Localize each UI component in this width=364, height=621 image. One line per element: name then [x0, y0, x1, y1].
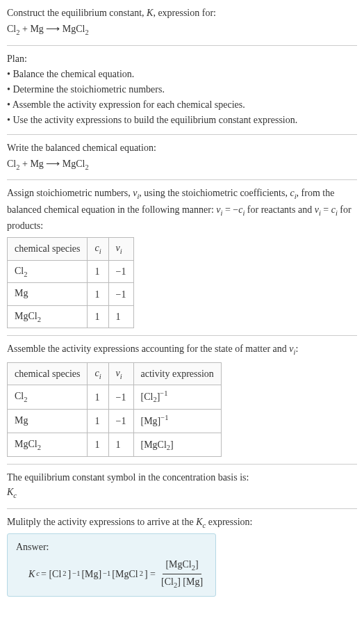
cell-c: 1: [88, 433, 108, 456]
den-b: ] [Mg]: [177, 576, 203, 587]
cell-species: Mg: [8, 283, 88, 306]
balanced-title: Write the balanced chemical equation:: [7, 140, 357, 155]
act-exp: −1: [160, 389, 167, 397]
table-row: MgCl2 1 1: [8, 305, 134, 328]
answer-label: Answer:: [16, 540, 207, 554]
ans-br1: ]: [68, 567, 72, 581]
act-a: [MgCl: [141, 439, 167, 450]
col-i: i: [99, 248, 101, 255]
sp-sub: 2: [24, 396, 27, 403]
assign-text: Assign stoichiometric numbers, νi, using…: [7, 186, 357, 233]
ans-sub2: 2: [140, 568, 143, 579]
assign-eq2: =: [321, 204, 331, 215]
cell-nu: −1: [108, 283, 133, 306]
plan-title: Plan:: [7, 51, 357, 66]
ans-mid2: [MgCl: [112, 567, 138, 581]
intro-part1b: , expression for:: [153, 8, 216, 18]
assign-t4: for reactants and: [245, 204, 314, 215]
symbol-text: The equilibrium constant symbol in the c…: [7, 470, 357, 485]
multiply-section: Mulitply the activity expressions to arr…: [7, 515, 357, 597]
col-nui: νi: [108, 362, 133, 385]
cell-activity: [Mg]−1: [133, 409, 221, 433]
frac-den: [Cl2] [Mg]: [158, 574, 206, 591]
sp-a: Cl: [15, 266, 24, 276]
bal-rhs: MgCl: [60, 159, 85, 169]
eq-sub2: 2: [85, 29, 89, 36]
plan-item: • Balance the chemical equation.: [7, 67, 357, 81]
table-row: MgCl2 1 1 [MgCl2]: [8, 433, 222, 456]
multiply-K: K: [196, 517, 202, 527]
ans-mid1: [Mg]: [81, 567, 101, 581]
num-a: [MgCl: [165, 559, 191, 570]
cell-species: Cl2: [8, 260, 88, 283]
ans-c: c: [36, 568, 40, 579]
act-b: ]: [170, 439, 174, 450]
cell-species: Cl2: [8, 385, 88, 409]
table-row: Cl2 1 −1 [Cl2]−1: [8, 385, 222, 409]
table-row: Mg 1 −1 [Mg]−1: [8, 409, 222, 433]
cell-activity: [MgCl2]: [133, 433, 221, 456]
multiply-t1: Mulitply the activity expressions to arr…: [7, 517, 196, 527]
multiply-text: Mulitply the activity expressions to arr…: [7, 515, 357, 531]
sp-a: MgCl: [15, 439, 38, 449]
intro-part1: Construct the equilibrium constant,: [7, 8, 147, 18]
eq-arrow: ⟶: [46, 24, 60, 34]
assemble-t2: :: [295, 344, 298, 354]
divider: [7, 508, 357, 509]
assign-t1: Assign stoichiometric numbers,: [7, 188, 133, 198]
divider: [7, 134, 357, 135]
plan-section: Plan: • Balance the chemical equation. •…: [7, 51, 357, 127]
multiply-t2: expression:: [206, 517, 252, 527]
cell-c: 1: [88, 409, 108, 433]
act-a: [Cl: [141, 392, 154, 402]
activity-table: chemical species ci νi activity expressi…: [7, 362, 222, 457]
intro-equation: Cl2 + Mg ⟶ MgCl2: [7, 22, 357, 38]
intro-K: K: [147, 8, 153, 18]
sp-a: Mg: [15, 288, 28, 298]
ans-mid3: ] =: [144, 567, 156, 581]
divider: [7, 335, 357, 336]
intro-text: Construct the equilibrium constant, K, e…: [7, 6, 357, 20]
assign-section: Assign stoichiometric numbers, νi, using…: [7, 186, 357, 328]
cell-nu: 1: [108, 433, 133, 456]
sp-sub: 2: [38, 316, 41, 323]
col-i: i: [99, 373, 101, 380]
cell-species: Mg: [8, 409, 88, 433]
answer-box: Answer: Kc = [Cl2]−1 [Mg]−1 [MgCl2] = [M…: [7, 533, 216, 597]
ans-K: K: [28, 567, 35, 581]
act-a: [Mg]: [141, 415, 161, 426]
table-header-row: chemical species ci νi: [8, 238, 134, 261]
ans-sub1: 2: [63, 568, 66, 579]
eq-lhs: Cl: [7, 24, 16, 34]
symbol-c: c: [13, 492, 17, 499]
act-exp: −1: [160, 414, 168, 421]
den-a: [Cl: [161, 576, 174, 587]
eq-rhs: MgCl: [60, 24, 85, 34]
symbol-section: The equilibrium constant symbol in the c…: [7, 470, 357, 501]
ans-eq: = [Cl: [41, 567, 61, 581]
table-row: Mg 1 −1: [8, 283, 134, 306]
table-row: Cl2 1 −1: [8, 260, 134, 283]
cell-c: 1: [88, 260, 108, 283]
frac-num: [MgCl2]: [163, 557, 201, 574]
assign-eq1: = −: [222, 204, 238, 215]
balanced-section: Write the balanced chemical equation: Cl…: [7, 140, 357, 173]
plan-item: • Assemble the activity expression for e…: [7, 97, 357, 112]
sp-sub: 2: [38, 444, 41, 451]
bal-sub2: 2: [85, 163, 89, 170]
cell-nu: −1: [108, 260, 133, 283]
col-ci: ci: [88, 238, 108, 261]
col-nui-sub: i: [120, 248, 122, 255]
col-species: chemical species: [8, 362, 88, 385]
col-nui: νi: [108, 238, 133, 261]
plan-item: • Determine the stoichiometric numbers.: [7, 82, 357, 97]
cell-nu: 1: [108, 305, 133, 328]
symbol-K: K: [7, 487, 13, 497]
assign-t2: , using the stoichiometric coefficients,: [139, 188, 290, 198]
bal-arrow: ⟶: [46, 159, 60, 169]
cell-species: MgCl2: [8, 433, 88, 456]
sp-a: Mg: [15, 415, 28, 426]
sp-a: Cl: [15, 391, 24, 401]
sp-sub: 2: [24, 271, 27, 278]
stoich-table: chemical species ci νi Cl2 1 −1 Mg 1 −1 …: [7, 237, 134, 328]
